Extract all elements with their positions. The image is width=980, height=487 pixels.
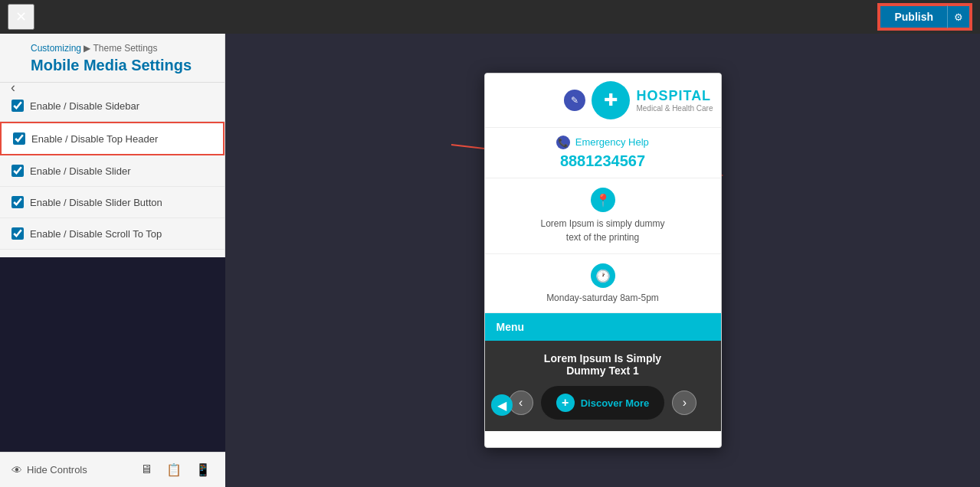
discover-more-button[interactable]: + Discover More — [541, 386, 665, 420]
publish-button[interactable]: Publish — [879, 5, 947, 29]
publish-wrapper: Publish ⚙ — [877, 3, 972, 31]
sidebar: ‹ Customizing ▶ Theme Settings Mobile Me… — [0, 34, 225, 257]
tablet-preview-icon[interactable]: 📋 — [163, 461, 185, 479]
toggle-item-scroll-top[interactable]: Enable / Disable Scroll To Top — [0, 218, 225, 250]
sidebar-container: ‹ Customizing ▶ Theme Settings Mobile Me… — [0, 34, 225, 487]
breadcrumb-sep: ▶ — [84, 43, 90, 54]
toggle-label-slider-button: Enable / Disable Slider Button — [30, 197, 162, 208]
breadcrumb-customizing[interactable]: Customizing — [31, 43, 81, 54]
logo-text: HOSPITAL Medical & Health Care — [636, 88, 713, 113]
hide-controls[interactable]: 👁 Hide Controls — [11, 464, 87, 476]
preview-area: ✎ ✚ HOSPITAL Medical & Health Care 📞 Eme… — [225, 34, 980, 487]
slider-title: Lorem Ipsum Is Simply Dummy Text 1 — [544, 352, 661, 377]
toggle-label-sidebar: Enable / Disable Sidebar — [30, 100, 139, 112]
emergency-title: 📞 Emergency Help — [493, 136, 713, 149]
preview-icons: 🖥 📋 📱 — [137, 461, 214, 479]
page-title-media-settings: Media Settings — [79, 57, 192, 74]
toggle-checkbox-slider-button[interactable] — [11, 196, 24, 208]
logo-sub: Medical & Health Care — [636, 104, 713, 113]
emergency-phone: 8881234567 — [493, 152, 713, 170]
mobile-scroll[interactable]: ✎ ✚ HOSPITAL Medical & Health Care 📞 Eme… — [485, 74, 721, 447]
toggle-checkbox-top-header[interactable] — [13, 132, 25, 145]
hours-section: 🕐 Monday-saturday 8am-5pm — [485, 254, 721, 313]
eye-icon: 👁 — [11, 464, 22, 476]
slider-section: ◀ Lorem Ipsum Is Simply Dummy Text 1 ‹ +… — [485, 341, 721, 431]
site-header: ✎ ✚ HOSPITAL Medical & Health Care — [485, 74, 721, 128]
location-text-line1: Lorem Ipsum is simply dummy — [493, 217, 713, 230]
sidebar-content: Enable / Disable Sidebar Enable / Disabl… — [0, 83, 225, 257]
page-title-mobile: Mobile — [31, 57, 79, 74]
toggle-item-sidebar[interactable]: Enable / Disable Sidebar — [0, 90, 225, 122]
toggle-checkbox-slider[interactable] — [11, 165, 24, 177]
publish-settings-button[interactable]: ⚙ — [947, 5, 971, 29]
discover-more-label: Discover More — [581, 397, 650, 409]
location-text: Lorem Ipsum is simply dummy text of the … — [493, 217, 713, 244]
emergency-label: Emergency Help — [575, 136, 649, 148]
toggle-item-slider-button[interactable]: Enable / Disable Slider Button — [0, 187, 225, 218]
phone-badge-icon: 📞 — [556, 136, 570, 149]
logo-name: HOSPITAL — [636, 88, 713, 104]
publish-area: Publish ⚙ — [877, 3, 972, 31]
toggle-label-scroll-top: Enable / Disable Scroll To Top — [30, 228, 162, 240]
discover-plus-icon: + — [556, 394, 575, 412]
menu-bar: Menu — [485, 313, 721, 341]
breadcrumb: Customizing ▶ Theme Settings — [31, 43, 213, 54]
clock-icon: 🕐 — [591, 263, 615, 288]
toggle-checkbox-scroll-top[interactable] — [11, 227, 24, 240]
breadcrumb-theme: Theme Settings — [93, 43, 158, 54]
back-button[interactable]: ‹ — [8, 77, 18, 99]
toggle-item-slider[interactable]: Enable / Disable Slider — [0, 155, 225, 187]
slider-btn-area: ‹ + Discover More › — [509, 386, 697, 420]
toggle-item-top-header[interactable]: Enable / Disable Top Header — [0, 122, 225, 155]
slider-title-line2: Dummy Text 1 — [544, 364, 661, 377]
toggle-label-top-header: Enable / Disable Top Header — [31, 133, 158, 145]
slider-title-line1: Lorem Ipsum Is Simply — [544, 352, 661, 364]
mobile-frame: ✎ ✚ HOSPITAL Medical & Health Care 📞 Eme… — [484, 73, 722, 448]
top-bar: ✕ Publish ⚙ — [0, 0, 980, 34]
hide-controls-label: Hide Controls — [27, 464, 87, 476]
bottom-bar: 👁 Hide Controls 🖥 📋 📱 — [0, 452, 225, 487]
page-title: Mobile Media Settings — [31, 57, 213, 74]
location-info-section: 📍 Lorem Ipsum is simply dummy text of th… — [485, 178, 721, 254]
top-header-section: 📞 Emergency Help 8881234567 — [485, 128, 721, 178]
main-area: ‹ Customizing ▶ Theme Settings Mobile Me… — [0, 34, 980, 487]
slider-prev-button[interactable]: ‹ — [509, 391, 533, 415]
location-text-line2: text of the printing — [493, 230, 713, 244]
close-button[interactable]: ✕ — [8, 4, 34, 30]
toggle-checkbox-sidebar[interactable] — [11, 100, 24, 112]
sidebar-header: ‹ Customizing ▶ Theme Settings Mobile Me… — [0, 34, 225, 83]
logo-icon: ✚ — [592, 81, 630, 119]
location-icon: 📍 — [591, 188, 615, 212]
slider-left-icon: ◀ — [491, 394, 513, 416]
toggle-label-slider: Enable / Disable Slider — [30, 165, 131, 177]
desktop-preview-icon[interactable]: 🖥 — [137, 461, 156, 479]
header-edit-icon: ✎ — [564, 90, 585, 111]
hours-text: Monday-saturday 8am-5pm — [493, 293, 713, 303]
mobile-preview-icon[interactable]: 📱 — [192, 461, 214, 479]
slider-next-button[interactable]: › — [672, 391, 696, 415]
